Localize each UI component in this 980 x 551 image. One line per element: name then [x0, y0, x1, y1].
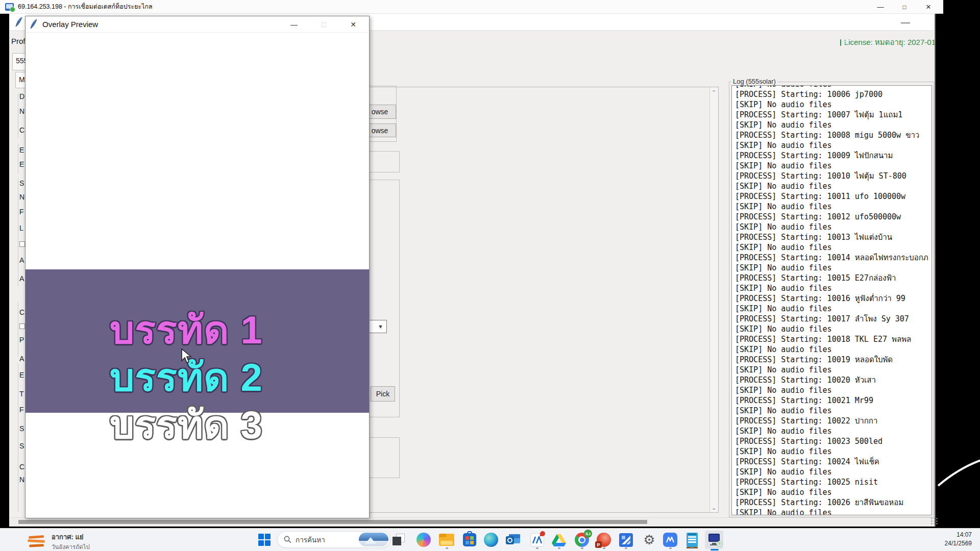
chrome-button[interactable]: SJ	[573, 531, 591, 549]
field-label-sliver: S	[19, 179, 25, 187]
log-line: [SKIP] No audio files	[732, 344, 932, 355]
license-icon	[840, 39, 841, 46]
task-view-button[interactable]	[389, 531, 408, 549]
log-line: [PROCESS] Starting: 10025 nisit	[732, 477, 932, 487]
copilot-icon	[416, 533, 431, 547]
panel-scrollbar[interactable]	[709, 87, 718, 512]
log-line: [PROCESS] Starting: 10009 ไฟปักสนาม	[732, 151, 932, 161]
horizontal-scrollbar-thumb[interactable]	[18, 520, 647, 524]
outlook-icon	[506, 533, 520, 546]
checkbox-sliver[interactable]	[19, 241, 25, 247]
weather-widget[interactable]: อากาศ: แย่ วันอังคารถัดไป	[27, 532, 90, 551]
field-label-sliver: N	[19, 107, 25, 115]
log-line: [SKIP] No audio files	[732, 263, 932, 273]
field-label-sliver: A	[19, 355, 25, 363]
google-drive-button[interactable]	[550, 531, 568, 549]
field-label-sliver: C	[19, 126, 25, 134]
pick-color-button[interactable]: Pick	[371, 386, 395, 402]
field-label-sliver: F	[19, 208, 25, 216]
notepad-button[interactable]	[683, 531, 701, 549]
search-box[interactable]: การค้นหา	[277, 531, 390, 548]
overlay-minimize-button[interactable]: —	[283, 16, 305, 33]
overlay-close-button[interactable]: ✕	[342, 16, 364, 33]
taskbar-clock[interactable]: 14:07 24/1/2569	[945, 531, 972, 548]
m-app-button[interactable]	[661, 531, 679, 549]
running-indicator	[536, 547, 538, 549]
groupbox-edge	[18, 302, 18, 357]
powerpoint-button[interactable]: P	[595, 531, 613, 549]
chevron-down-icon: ▼	[378, 323, 383, 330]
field-label-sliver: N	[19, 193, 25, 201]
log-line: [PROCESS] Starting: 10022 ปากกา	[732, 416, 932, 426]
field-label-sliver: D	[19, 92, 25, 101]
remote-screen-edge	[935, 14, 936, 527]
outlook-button[interactable]	[504, 531, 522, 549]
groupbox-edge	[18, 178, 18, 286]
field-label-sliver: L	[19, 224, 25, 232]
running-indicator	[558, 547, 560, 549]
notepad-icon	[687, 533, 698, 547]
field-label-sliver: F	[19, 406, 25, 414]
log-line: [PROCESS] Starting: 10015 E27กล่องฟ้า	[732, 273, 932, 283]
remote-desktop-taskbar-button[interactable]: ↻	[705, 531, 723, 549]
overlay-feather-icon	[30, 19, 37, 30]
weather-primary-text: อากาศ: แย่	[52, 532, 90, 542]
layers-app-button[interactable]	[617, 531, 635, 549]
running-indicator	[446, 547, 448, 549]
log-line: [PROCESS] Starting: 10023 500led	[732, 436, 932, 446]
overlay-maximize-button[interactable]: □	[312, 16, 335, 33]
log-line: [PROCESS] Starting: 10012 ufo500000w	[732, 212, 932, 222]
field-label-sliver: E	[19, 371, 25, 379]
rdp-window-titlebar: 69.164.253.198 - การเชื่อมต่อเดสก์ท็อประ…	[0, 0, 943, 14]
field-label-sliver: S	[19, 424, 25, 433]
rdp-maximize-button[interactable]: □	[893, 0, 916, 14]
screen: 69.164.253.198 - การเชื่อมต่อเดสก์ท็อประ…	[0, 0, 980, 551]
log-line: [SKIP] No audio files	[732, 508, 932, 515]
log-lines: [SKIP] No audio files[PROCESS] Starting:…	[732, 85, 932, 515]
active-app-indicator	[710, 549, 719, 550]
microsoft-store-button[interactable]	[460, 531, 479, 549]
log-line: [SKIP] No audio files	[732, 181, 932, 191]
log-line: [SKIP] No audio files	[732, 487, 932, 497]
field-label-sliver: P	[19, 336, 25, 344]
scroll-up-icon[interactable]: ⌃	[709, 88, 718, 96]
log-line: [SKIP] No audio files	[732, 202, 932, 212]
running-indicator	[625, 547, 627, 549]
log-line: [PROCESS] Starting: 10019 หลอดใบพัด	[732, 355, 932, 365]
log-textarea[interactable]: [SKIP] No audio files[PROCESS] Starting:…	[731, 85, 932, 515]
search-icon	[284, 536, 291, 543]
weather-secondary-text: วันอังคารถัดไป	[52, 542, 90, 551]
log-line: [SKIP] No audio files	[732, 242, 932, 253]
edge-button[interactable]	[482, 531, 500, 549]
log-line: [SKIP] No audio files	[732, 283, 932, 293]
google-drive-icon	[552, 534, 566, 546]
ia-app-button[interactable]	[528, 531, 546, 549]
overlay-text-line: บรรทัด 3	[110, 401, 263, 448]
resize-grip[interactable]	[930, 517, 938, 525]
overlay-preview-window: Overlay Preview — □ ✕ บรรทัด 1บรรทัด 2บร…	[25, 16, 370, 518]
start-button[interactable]	[255, 531, 274, 549]
app-feather-icon	[15, 17, 22, 28]
settings-button[interactable]: ⚙	[640, 531, 658, 549]
rdp-close-button[interactable]: ✕	[917, 0, 940, 14]
scroll-down-icon[interactable]: ⌄	[709, 504, 718, 512]
log-line: [SKIP] No audio files	[732, 385, 932, 395]
log-line: [SKIP] No audio files	[732, 304, 932, 314]
log-line: [PROCESS] Starting: 10006 jp7000	[732, 89, 932, 99]
log-line: [SKIP] No audio files	[732, 85, 932, 89]
gear-icon: ⚙	[643, 532, 655, 548]
log-line: [PROCESS] Starting: 10008 migu 5000w ขาว	[732, 130, 932, 140]
layers-app-icon	[619, 533, 633, 547]
m-app-icon	[663, 533, 677, 547]
copilot-button[interactable]	[414, 531, 433, 549]
file-explorer-button[interactable]	[437, 531, 456, 549]
remote-app-minimize[interactable]	[901, 22, 910, 23]
log-line: [PROCESS] Starting: 10016 หูฟังต่ำกว่า 9…	[732, 293, 932, 304]
checkbox-sliver[interactable]	[19, 323, 25, 329]
log-line: [SKIP] No audio files	[732, 426, 932, 436]
log-line: [PROCESS] Starting: 10020 หัวเสา	[732, 375, 932, 385]
remote-desktop-app-icon: ↻	[707, 534, 721, 546]
field-label-sliver: T	[19, 390, 25, 398]
overlay-preview-title: Overlay Preview	[42, 20, 98, 29]
rdp-minimize-button[interactable]: —	[869, 0, 892, 14]
